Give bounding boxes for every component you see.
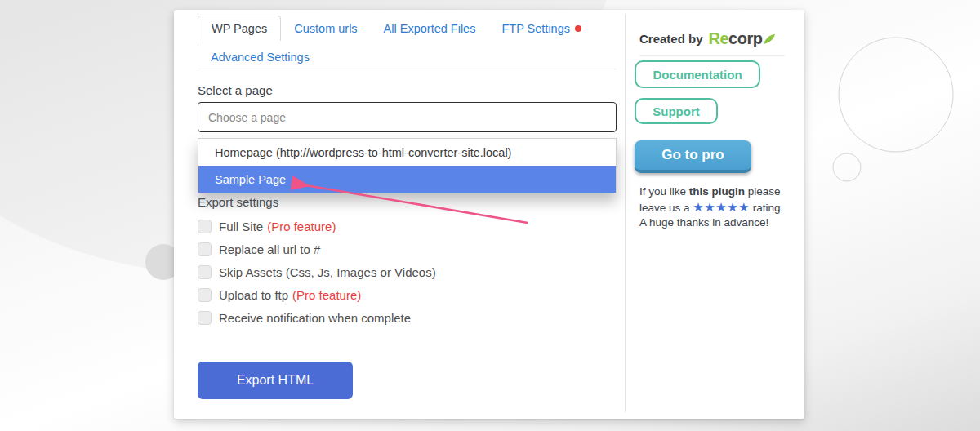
tab-custom-urls[interactable]: Custom urls [281, 16, 370, 41]
export-option-replace-url: Replace all url to # [198, 238, 436, 260]
upload-ftp-checkbox[interactable] [198, 288, 212, 302]
created-by-label: Created by [639, 32, 703, 46]
tab-ftp-settings[interactable]: FTP Settings [488, 16, 595, 41]
dropdown-option-homepage-label: Homepage (http://wordpress-to-html-conve… [215, 146, 511, 159]
rating-text: If you like this plugin please leave us … [639, 184, 788, 231]
export-option-upload-ftp: Upload to ftp (Pro feature) [198, 283, 436, 306]
rating-thanks-line: A huge thanks in advance! [639, 216, 788, 231]
skip-assets-checkbox[interactable] [198, 265, 212, 279]
tab-all-exported-files[interactable]: All Exported Files [371, 16, 489, 41]
rating-text-before-bold: If you like [639, 185, 689, 198]
tab-wp-pages-label: WP Pages [212, 22, 267, 35]
decor-circle-outline-large [839, 38, 953, 152]
tab-custom-urls-label: Custom urls [294, 22, 357, 35]
decor-circle-outline-small [833, 153, 861, 181]
star-rating-icons: ★★★★★ [693, 200, 750, 214]
export-option-skip-assets: Skip Assets (Css, Js, Images or Videos) [198, 260, 436, 283]
select-page-label: Select a page [198, 83, 273, 97]
export-settings-heading: Export settings [198, 195, 278, 209]
page-background: WP Pages Custom urls All Exported Files … [0, 0, 980, 431]
replace-url-checkbox[interactable] [198, 242, 212, 256]
receive-notification-label: Receive notification when complete [219, 311, 411, 325]
created-by-row: Created by Recorp [639, 29, 776, 48]
recorp-logo-part2: corp [728, 29, 762, 48]
dropdown-option-sample-page-label: Sample Page [215, 173, 286, 186]
upload-ftp-label: Upload to ftp [219, 288, 288, 302]
upload-ftp-pro-note: (Pro feature) [292, 288, 361, 302]
export-html-button[interactable]: Export HTML [198, 362, 353, 399]
full-site-checkbox[interactable] [198, 220, 212, 233]
tab-separator [198, 69, 617, 69]
skip-assets-label: Skip Assets (Css, Js, Images or Videos) [219, 265, 436, 279]
replace-url-label: Replace all url to # [219, 242, 320, 256]
receive-notification-checkbox[interactable] [198, 311, 212, 325]
full-site-label: Full Site [219, 220, 263, 233]
full-site-pro-note: (Pro feature) [267, 220, 336, 233]
vertical-divider [625, 14, 626, 412]
dropdown-option-sample-page[interactable]: Sample Page [198, 166, 616, 193]
tab-wp-pages[interactable]: WP Pages [198, 16, 281, 41]
export-option-receive-notification: Receive notification when complete [198, 306, 436, 329]
tab-all-exported-files-label: All Exported Files [384, 22, 476, 35]
support-button[interactable]: Support [635, 98, 718, 124]
tab-advanced-settings[interactable]: Advanced Settings [198, 45, 323, 69]
notification-dot [575, 25, 581, 32]
tab-advanced-settings-label: Advanced Settings [211, 51, 310, 64]
recorp-logo: Recorp [709, 29, 777, 48]
export-option-full-site: Full Site (Pro feature) [198, 215, 436, 238]
rating-text-bold: this plugin [689, 185, 745, 198]
export-options-list: Full Site (Pro feature) Replace all url … [198, 215, 436, 329]
leaf-icon [763, 33, 776, 45]
recorp-logo-part1: Re [709, 29, 729, 48]
rating-text-after-stars: rating. [750, 202, 783, 214]
page-select-input[interactable] [198, 102, 617, 132]
tab-bar-row2: Advanced Settings [198, 45, 323, 69]
sidebar-separator [639, 55, 785, 56]
tab-ftp-settings-label: FTP Settings [501, 22, 570, 35]
documentation-button[interactable]: Documentation [635, 60, 760, 88]
page-dropdown: Homepage (http://wordpress-to-html-conve… [198, 138, 617, 193]
tab-bar: WP Pages Custom urls All Exported Files … [198, 16, 595, 41]
dropdown-option-homepage[interactable]: Homepage (http://wordpress-to-html-conve… [198, 139, 616, 166]
go-to-pro-button[interactable]: Go to pro [635, 140, 751, 173]
plugin-panel: WP Pages Custom urls All Exported Files … [174, 10, 804, 419]
